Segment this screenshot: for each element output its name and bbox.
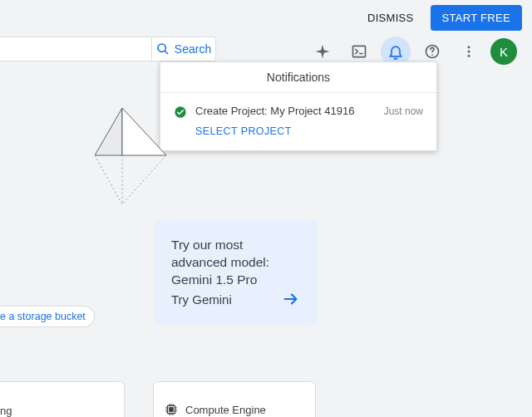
try-gemini-label: Try Gemini bbox=[171, 292, 232, 307]
svg-point-5 bbox=[468, 51, 470, 53]
notifications-header: Notifications bbox=[160, 62, 436, 93]
svg-rect-11 bbox=[170, 408, 174, 412]
bottom-card-compute[interactable]: Compute Engine bbox=[153, 381, 316, 417]
svg-point-6 bbox=[468, 55, 470, 57]
bottom-cards: ng Compute Engine bbox=[0, 381, 316, 417]
notifications-panel: Notifications Create Project: My Project… bbox=[160, 61, 437, 151]
free-trial-bar: DISMISS START FREE bbox=[359, 5, 522, 31]
search-input[interactable] bbox=[0, 37, 151, 61]
compute-engine-icon bbox=[164, 402, 179, 417]
svg-line-1 bbox=[165, 51, 168, 54]
search-bar: Search bbox=[0, 37, 216, 61]
create-storage-bucket-link[interactable]: e a storage bucket bbox=[0, 306, 95, 327]
arrow-right-icon bbox=[282, 290, 300, 308]
bottom-card-1[interactable]: ng bbox=[0, 381, 125, 417]
gemini-promo-title: Try our most advanced model: Gemini 1.5 … bbox=[171, 237, 300, 289]
notification-time: Just now bbox=[384, 105, 423, 117]
compute-engine-label: Compute Engine bbox=[185, 404, 266, 416]
notification-body: Create Project: My Project 41916 Just no… bbox=[195, 105, 423, 137]
start-free-button[interactable]: START FREE bbox=[431, 5, 522, 31]
svg-point-4 bbox=[468, 46, 470, 48]
decorative-geometry bbox=[95, 108, 170, 208]
more-menu-icon[interactable] bbox=[454, 37, 484, 66]
gemini-promo-card: Try our most advanced model: Gemini 1.5 … bbox=[155, 220, 317, 325]
search-label: Search bbox=[175, 42, 211, 56]
success-check-icon bbox=[174, 105, 187, 119]
select-project-link[interactable]: SELECT PROJECT bbox=[195, 125, 423, 137]
dismiss-button[interactable]: DISMISS bbox=[359, 5, 422, 31]
try-gemini-link[interactable]: Try Gemini bbox=[171, 290, 300, 308]
svg-point-0 bbox=[158, 44, 165, 52]
account-avatar[interactable]: K bbox=[490, 38, 517, 65]
svg-marker-9 bbox=[122, 108, 166, 155]
notification-title: Create Project: My Project 41916 bbox=[195, 105, 354, 117]
search-icon bbox=[156, 42, 170, 56]
scrollbar[interactable] bbox=[522, 0, 532, 417]
search-button[interactable]: Search bbox=[151, 37, 216, 61]
bottom-card-1-label: ng bbox=[0, 405, 12, 417]
svg-marker-8 bbox=[95, 108, 122, 155]
notification-item[interactable]: Create Project: My Project 41916 Just no… bbox=[160, 93, 436, 150]
svg-rect-2 bbox=[353, 46, 366, 56]
